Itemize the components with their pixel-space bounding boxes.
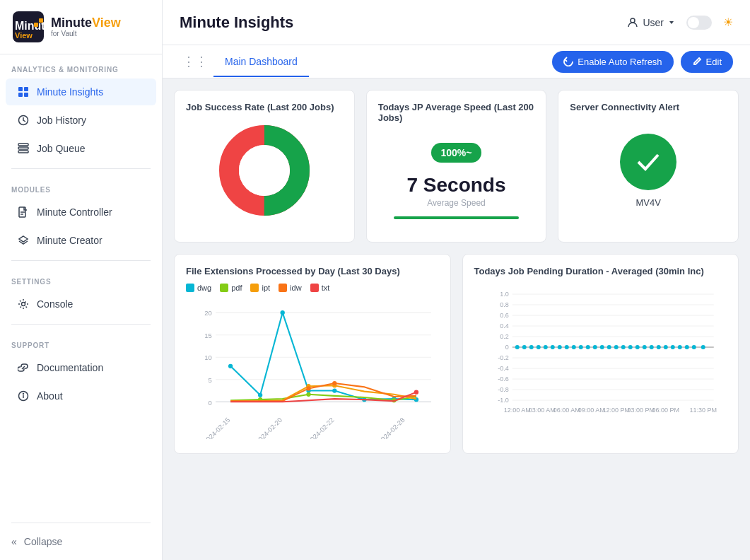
file-extensions-chart: File Extensions Processed by Day (Last 3…	[174, 254, 451, 454]
svg-point-108	[670, 345, 674, 349]
checkmark-icon	[633, 146, 664, 177]
sidebar-item-console[interactable]: Console	[6, 291, 156, 317]
svg-text:-0.6: -0.6	[498, 375, 509, 383]
svg-point-106	[656, 345, 660, 349]
user-icon	[627, 17, 638, 28]
svg-point-89	[536, 345, 540, 349]
svg-point-88	[529, 345, 533, 349]
main-area: Minute Insights User ☀ ⋮⋮ Main Dashboard…	[163, 0, 750, 560]
sidebar-bottom: « Collapse	[0, 511, 162, 560]
sidebar-item-minute-controller-label: Minute Controller	[37, 206, 112, 218]
svg-text:2024-02-20: 2024-02-20	[254, 416, 283, 439]
sidebar-item-console-label: Console	[37, 298, 73, 310]
file-extensions-title: File Extensions Processed by Day (Last 3…	[186, 266, 439, 276]
legend-idw: idw	[279, 284, 302, 292]
svg-point-103	[635, 345, 639, 349]
job-pending-chart: Todays Job Pending Duration - Averaged (…	[462, 254, 739, 454]
svg-point-110	[684, 345, 689, 349]
svg-point-104	[642, 345, 646, 349]
svg-rect-4	[39, 18, 43, 23]
divider-1	[11, 168, 151, 169]
svg-point-99	[607, 345, 611, 349]
sidebar-item-minute-insights[interactable]: Minute Insights	[6, 78, 156, 105]
drag-handle[interactable]: ⋮⋮	[180, 45, 211, 78]
divider-bottom	[11, 523, 151, 523]
svg-point-21	[631, 18, 635, 23]
tab-actions: Enable Auto Refresh Edit	[552, 51, 733, 73]
check-circle	[620, 134, 676, 190]
svg-text:11:30 PM: 11:30 PM	[689, 407, 717, 414]
legend-idw-label: idw	[290, 284, 302, 292]
svg-text:12:00 AM: 12:00 AM	[503, 407, 530, 414]
svg-text:-0.2: -0.2	[498, 354, 509, 361]
sidebar-item-minute-controller[interactable]: Minute Controller	[6, 199, 156, 226]
tab-main-dashboard[interactable]: Main Dashboard	[213, 47, 309, 77]
svg-point-86	[515, 345, 519, 349]
svg-point-111	[691, 345, 696, 349]
file-extensions-legend: dwg pdf ipt idw	[186, 284, 439, 292]
section-label-analytics: ANALYTICS & MONITORING	[0, 54, 162, 78]
sun-icon: ☀	[723, 16, 733, 29]
svg-point-90	[543, 345, 547, 349]
svg-rect-7	[18, 93, 23, 97]
sidebar-item-about-label: About	[37, 390, 63, 402]
svg-point-40	[228, 364, 233, 368]
legend-pdf-label: pdf	[231, 284, 242, 292]
dark-mode-toggle[interactable]	[686, 16, 712, 30]
legend-dot-ipt	[250, 284, 259, 292]
auto-refresh-button[interactable]: Enable Auto Refresh	[552, 51, 673, 73]
file-extensions-svg: 20 15 10 5 0 2024-02-15 2024-02-20 2024-…	[186, 298, 439, 439]
grid-icon	[17, 86, 30, 98]
svg-text:-0.8: -0.8	[498, 386, 509, 393]
svg-point-112	[701, 345, 705, 349]
svg-text:0: 0	[505, 344, 508, 351]
info-icon	[17, 390, 30, 402]
user-label: User	[643, 17, 664, 28]
svg-point-41	[258, 393, 262, 397]
sidebar-item-job-queue[interactable]: Job Queue	[6, 135, 156, 162]
job-success-widget: Job Success Rate (Last 200 Jobs)	[174, 90, 355, 243]
svg-rect-10	[18, 144, 28, 146]
svg-point-95	[578, 345, 582, 349]
avg-speed-widget: Todays JP Average Speed (Last 200 Jobs) …	[366, 90, 547, 243]
svg-rect-5	[18, 87, 23, 91]
svg-point-105	[649, 345, 653, 349]
svg-point-91	[550, 345, 554, 349]
collapse-label: Collapse	[24, 536, 62, 547]
svg-text:03:00 AM: 03:00 AM	[528, 407, 555, 414]
sidebar-item-minute-creator[interactable]: Minute Creator	[6, 227, 156, 254]
sidebar-item-job-history[interactable]: Job History	[6, 107, 156, 134]
svg-text:06:00 PM: 06:00 PM	[652, 407, 679, 414]
auto-refresh-label: Enable Auto Refresh	[578, 57, 662, 67]
legend-dot-idw	[279, 284, 287, 292]
donut-chart	[215, 121, 314, 220]
dashboard: Job Success Rate (Last 200 Jobs) Todays	[163, 78, 750, 560]
user-menu[interactable]: User	[627, 17, 675, 28]
list-icon	[17, 142, 30, 155]
edit-button[interactable]: Edit	[681, 51, 733, 73]
file-icon	[17, 206, 30, 218]
svg-point-55	[414, 390, 418, 394]
sidebar-item-documentation[interactable]: Documentation	[6, 354, 156, 381]
avg-speed-title: Todays JP Average Speed (Last 200 Jobs)	[378, 102, 535, 123]
svg-point-92	[557, 345, 561, 349]
collapse-button[interactable]: « Collapse	[0, 529, 162, 554]
legend-dot-txt	[310, 284, 319, 292]
app-name: MinuteView	[51, 16, 121, 30]
job-success-title: Job Success Rate (Last 200 Jobs)	[186, 102, 343, 112]
legend-txt-label: txt	[322, 284, 330, 292]
svg-text:2024-02-28: 2024-02-28	[377, 416, 406, 439]
layers-icon	[17, 234, 30, 247]
legend-dot-dwg	[186, 284, 194, 292]
legend-dot-pdf	[220, 284, 228, 292]
sidebar-item-about[interactable]: About	[6, 383, 156, 409]
chevron-down-icon	[668, 19, 675, 26]
legend-pdf: pdf	[220, 284, 242, 292]
header-right: User ☀	[627, 16, 733, 30]
speed-label: Average Speed	[427, 198, 486, 208]
svg-point-20	[23, 394, 24, 395]
svg-text:15: 15	[204, 332, 212, 339]
widgets-row: Job Success Rate (Last 200 Jobs) Todays	[174, 90, 739, 243]
sidebar-item-job-history-label: Job History	[37, 115, 86, 126]
speed-content: 100%~ 7 Seconds Average Speed	[378, 132, 535, 231]
